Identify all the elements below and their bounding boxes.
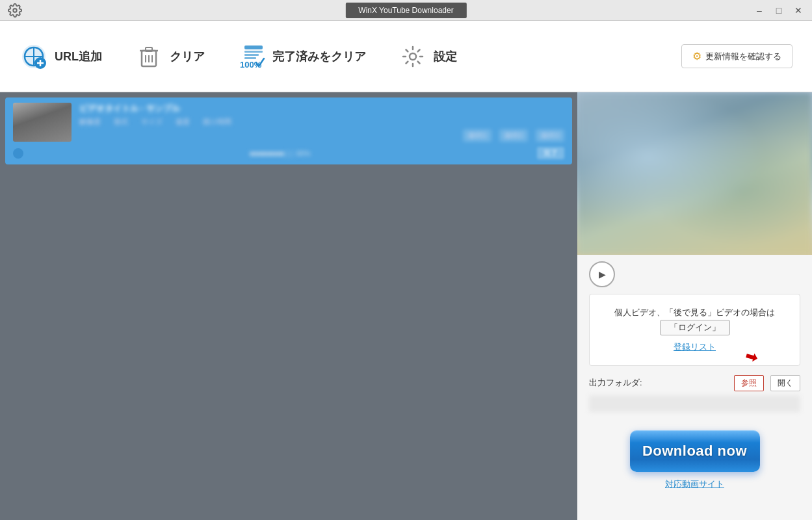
download-title: ビデオタイトル - サンプル bbox=[79, 103, 564, 114]
register-link[interactable]: 登録リスト bbox=[603, 339, 787, 354]
meta-size: サイズ bbox=[141, 117, 163, 127]
add-url-icon bbox=[20, 42, 48, 71]
settings-button[interactable]: 設定 bbox=[399, 42, 457, 71]
window-controls: – □ ✕ bbox=[751, 2, 812, 19]
download-item-bottom: ■■■■■■■■░░ 80% 完了 bbox=[13, 146, 564, 159]
play-icon: ▶ bbox=[599, 269, 606, 280]
item-action-button[interactable]: 完了 bbox=[537, 147, 564, 159]
clear-button[interactable]: クリア bbox=[135, 42, 205, 71]
download-actions: 操作1 操作2 操作3 bbox=[463, 129, 564, 142]
action-1: 操作1 bbox=[463, 129, 491, 142]
clear-label: クリア bbox=[170, 49, 205, 64]
download-item-top: ビデオタイトル - サンプル 解像度 形式 サイズ 速度 残り時間 操作1 操作… bbox=[13, 103, 564, 142]
left-panel: ビデオタイトル - サンプル 解像度 形式 サイズ 速度 残り時間 操作1 操作… bbox=[0, 92, 577, 520]
progress-area: ■■■■■■■■░░ 80% bbox=[250, 150, 311, 157]
add-url-label: URL追加 bbox=[55, 49, 102, 64]
video-preview bbox=[577, 92, 812, 255]
minimize-button[interactable]: – bbox=[751, 2, 768, 19]
download-thumbnail bbox=[13, 103, 72, 142]
meta-resolution: 解像度 bbox=[79, 117, 101, 127]
play-btn-row: ▶ bbox=[577, 255, 812, 294]
login-notice-text: 個人ビデオ、「後で見る」ビデオの場合は bbox=[614, 307, 775, 317]
login-notice: 個人ビデオ、「後で見る」ビデオの場合は 「ログイン」 登録リスト bbox=[589, 294, 800, 366]
thumbnail-inner bbox=[13, 103, 72, 142]
settings-label: 設定 bbox=[434, 49, 457, 64]
clear-done-button[interactable]: 100% 完了済みをクリア bbox=[237, 42, 366, 71]
clear-done-label: 完了済みをクリア bbox=[272, 49, 366, 64]
status-indicator bbox=[13, 148, 23, 159]
login-button[interactable]: 「ログイン」 bbox=[660, 320, 730, 335]
right-panel: ▶ 個人ビデオ、「後で見る」ビデオの場合は 「ログイン」 登録リスト 出力フォル… bbox=[577, 92, 812, 520]
close-button[interactable]: ✕ bbox=[790, 2, 807, 19]
browse-button[interactable]: 参照 bbox=[734, 375, 764, 391]
svg-rect-15 bbox=[244, 54, 259, 56]
add-url-button[interactable]: URL追加 bbox=[20, 42, 102, 71]
action-3: 操作3 bbox=[536, 129, 564, 142]
settings-toolbar-icon bbox=[399, 42, 427, 71]
app-title: WinX YouTube Downloader bbox=[345, 3, 466, 18]
svg-point-18 bbox=[410, 53, 416, 60]
download-now-button[interactable]: Download now bbox=[630, 430, 760, 472]
svg-rect-14 bbox=[244, 51, 263, 53]
update-label: 更新情報を確認する bbox=[705, 51, 781, 62]
open-button[interactable]: 開く bbox=[770, 375, 800, 391]
meta-speed: 速度 bbox=[176, 117, 190, 127]
title-bar: WinX YouTube Downloader – □ ✕ bbox=[0, 0, 812, 21]
clear-done-icon: 100% bbox=[237, 42, 266, 71]
svg-rect-9 bbox=[146, 47, 152, 51]
folder-label: 出力フォルダ: bbox=[589, 377, 642, 389]
svg-point-0 bbox=[13, 8, 17, 12]
main-layout: ビデオタイトル - サンプル 解像度 形式 サイズ 速度 残り時間 操作1 操作… bbox=[0, 92, 812, 520]
compat-sites-link[interactable]: 対応動画サイト bbox=[665, 478, 724, 490]
maximize-button[interactable]: □ bbox=[770, 2, 787, 19]
svg-rect-13 bbox=[244, 46, 263, 49]
svg-rect-16 bbox=[244, 57, 256, 59]
meta-remaining: 残り時間 bbox=[203, 117, 231, 127]
settings-icon-title[interactable] bbox=[0, 3, 22, 18]
play-button[interactable]: ▶ bbox=[589, 261, 615, 287]
update-button[interactable]: ⚙ 更新情報を確認する bbox=[681, 44, 792, 68]
download-info: ビデオタイトル - サンプル 解像度 形式 サイズ 速度 残り時間 操作1 操作… bbox=[79, 103, 564, 142]
download-meta: 解像度 形式 サイズ 速度 残り時間 bbox=[79, 117, 564, 127]
download-item[interactable]: ビデオタイトル - サンプル 解像度 形式 サイズ 速度 残り時間 操作1 操作… bbox=[5, 98, 572, 164]
clear-icon bbox=[135, 42, 163, 71]
toolbar: URL追加 クリア 100% 完了 bbox=[0, 21, 812, 92]
path-display bbox=[589, 395, 800, 412]
action-2: 操作2 bbox=[499, 129, 528, 142]
folder-row: 出力フォルダ: ➡ 参照 開く bbox=[577, 366, 812, 395]
update-icon: ⚙ bbox=[692, 50, 701, 62]
video-blur-content bbox=[577, 92, 812, 255]
toolbar-right: ⚙ 更新情報を確認する bbox=[681, 44, 792, 68]
meta-format: 形式 bbox=[114, 117, 128, 127]
